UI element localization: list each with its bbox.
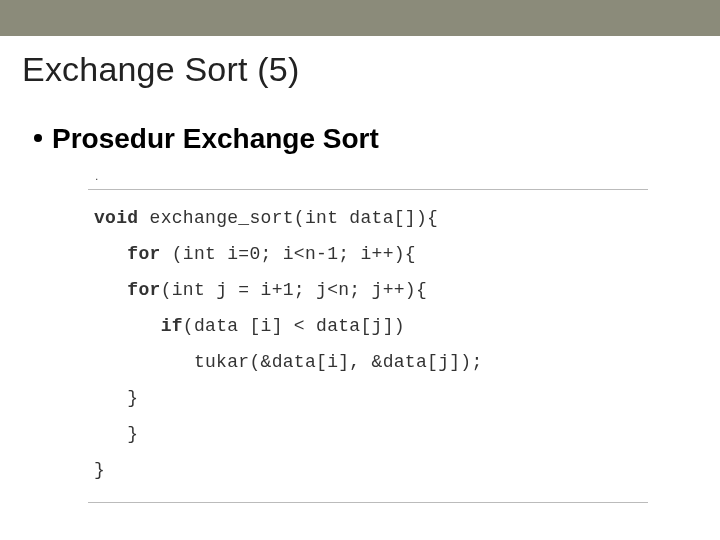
tiny-dot: . (94, 173, 99, 183)
l1-rest: exchange_sort(int data[]){ (138, 208, 438, 228)
l5: tukar(&data[i], &data[j]); (94, 352, 483, 372)
l8: } (94, 460, 105, 480)
kw-if: if (161, 316, 183, 336)
l7: } (94, 424, 138, 444)
l2-rest: (int i=0; i<n-1; i++){ (161, 244, 416, 264)
code-top-row: . (88, 173, 648, 185)
top-banner (0, 0, 720, 36)
subtitle-line: Prosedur Exchange Sort (34, 123, 720, 155)
slide-title: Exchange Sort (5) (22, 50, 720, 89)
code-text: void exchange_sort(int data[]){ for (int… (88, 194, 648, 498)
bullet-icon (34, 134, 42, 142)
kw-void: void (94, 208, 138, 228)
code-block: . void exchange_sort(int data[]){ for (i… (88, 173, 648, 503)
l3-rest: (int j = i+1; j<n; j++){ (161, 280, 427, 300)
subtitle-text: Prosedur Exchange Sort (52, 123, 379, 154)
l3-pad (94, 280, 127, 300)
slide: Exchange Sort (5) Prosedur Exchange Sort… (0, 0, 720, 540)
code-rule-top (88, 189, 648, 190)
l4-pad (94, 316, 161, 336)
kw-for-2: for (127, 280, 160, 300)
kw-for-1: for (127, 244, 160, 264)
code-rule-bottom (88, 502, 648, 503)
l2-pad (94, 244, 127, 264)
l4-rest: (data [i] < data[j]) (183, 316, 405, 336)
l6: } (94, 388, 138, 408)
